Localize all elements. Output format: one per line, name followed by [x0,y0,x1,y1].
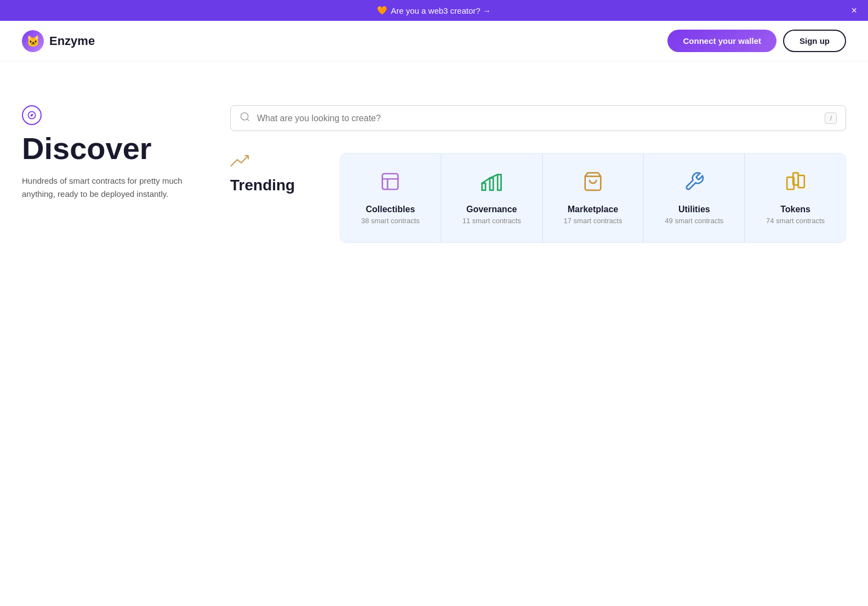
category-card-collectibles[interactable]: Collectibles 38 smart contracts [340,153,441,243]
banner-text[interactable]: 🧡 Are you a web3 creator? → [377,5,491,15]
banner-close-button[interactable]: × [851,5,857,15]
svg-line-3 [247,119,249,121]
signup-button[interactable]: Sign up [783,30,846,52]
trending-section: Trending Collectibles 38 smart contracts… [230,153,846,243]
navbar: 🐱 Enzyme Connect your wallet Sign up [0,21,868,61]
announcement-banner: 🧡 Are you a web3 creator? → × [0,0,868,21]
logo-link[interactable]: 🐱 Enzyme [22,30,95,52]
search-icon [239,111,250,125]
category-card-tokens[interactable]: Tokens 74 smart contracts [745,153,846,243]
search-input[interactable] [257,114,825,123]
logo-emoji: 🐱 [26,35,40,48]
marketplace-icon [583,171,603,197]
tokens-count: 74 smart contracts [766,217,825,225]
hero-left: Discover Hundreds of smart contracts for… [22,105,197,201]
logo-text: Enzyme [49,34,95,48]
banner-message: Are you a web3 creator? → [391,6,491,15]
search-keyboard-shortcut: / [825,112,837,124]
collectibles-count: 38 smart contracts [361,217,420,225]
collectibles-name: Collectibles [366,205,415,214]
svg-rect-6 [490,178,493,190]
discover-icon [22,105,42,125]
svg-point-2 [241,113,248,120]
governance-icon [481,171,502,197]
category-card-governance[interactable]: Governance 11 smart contracts [441,153,542,243]
connect-wallet-button[interactable]: Connect your wallet [667,30,776,52]
trending-title: Trending [230,177,318,194]
category-card-utilities[interactable]: Utilities 49 smart contracts [643,153,745,243]
governance-count: 11 smart contracts [462,217,521,225]
tokens-name: Tokens [780,205,810,214]
logo-avatar: 🐱 [22,30,44,52]
trending-icon [230,153,318,173]
tokens-icon [785,171,806,197]
utilities-count: 49 smart contracts [665,217,723,225]
marketplace-name: Marketplace [568,205,619,214]
category-card-marketplace[interactable]: Marketplace 17 smart contracts [542,153,644,243]
svg-rect-11 [798,175,804,188]
trending-label: Trending [230,153,318,194]
hero-right: / Trending Collectibles 38 smart contrac… [230,105,846,243]
utilities-name: Utilities [678,205,710,214]
marketplace-count: 17 smart contracts [564,217,623,225]
hero-section: Discover Hundreds of smart contracts for… [0,61,868,265]
svg-marker-1 [30,114,33,117]
banner-emoji: 🧡 [377,5,387,15]
collectibles-icon [380,171,401,197]
hero-subtitle: Hundreds of smart contracts for pretty m… [22,174,197,201]
search-bar: / [230,105,846,131]
utilities-icon [684,171,705,197]
governance-name: Governance [466,205,517,214]
category-cards-row: Collectibles 38 smart contracts Governan… [340,153,846,243]
nav-actions: Connect your wallet Sign up [667,30,846,52]
svg-rect-7 [498,174,501,190]
hero-title: Discover [22,132,197,166]
svg-rect-5 [482,183,486,190]
